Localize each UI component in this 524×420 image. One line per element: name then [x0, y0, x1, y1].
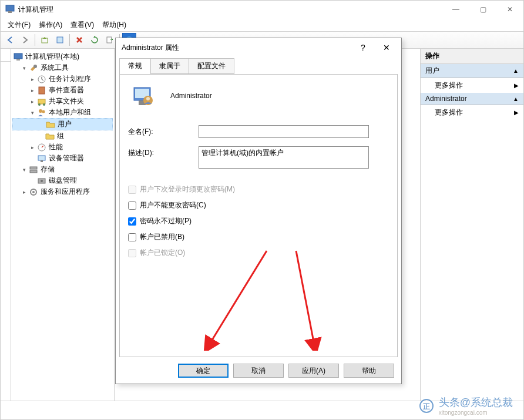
tab-general[interactable]: 常规 [119, 58, 151, 74]
tree-shared-folders[interactable]: ▸ 共享文件夹 [12, 96, 113, 107]
tree-performance[interactable]: ▸ 性能 [12, 142, 113, 153]
action-label: 更多操作 [435, 107, 463, 117]
svg-text:正: 正 [422, 402, 430, 411]
svg-rect-21 [30, 170, 37, 173]
description-input[interactable] [199, 146, 369, 169]
up-button[interactable] [38, 33, 52, 47]
chevron-right-icon[interactable]: ▸ [29, 87, 36, 94]
actions-section-admin[interactable]: Administrator ▲ [421, 93, 523, 105]
properties-dialog: Administrator 属性 ? ✕ 常规 隶属于 配置文件 Adminis… [115, 38, 402, 384]
tree-panel[interactable]: 计算机管理(本地) ▾ 系统工具 ▸ 任务计划程序 ▸ 事件查看器 ▸ 共享文件… [11, 49, 115, 401]
help-button[interactable]: 帮助 [344, 364, 394, 378]
share-icon [37, 97, 46, 106]
chevron-down-icon[interactable]: ▾ [21, 65, 28, 72]
tree-task-scheduler[interactable]: ▸ 任务计划程序 [12, 73, 113, 85]
actions-more-admin[interactable]: 更多操作 ▶ [421, 105, 523, 120]
actions-panel: 操作 用户 ▲ 更多操作 ▶ Administrator ▲ 更多操作 ▶ [420, 49, 523, 401]
minimize-button[interactable]: — [442, 1, 469, 18]
check-disabled[interactable]: 帐户已禁用(B) [128, 232, 389, 242]
tree-users[interactable]: ▸ 用户 [12, 118, 113, 130]
tree-label: 共享文件夹 [49, 96, 84, 106]
check-locked: 帐户已锁定(O) [128, 248, 389, 258]
tree-services-apps[interactable]: ▸ 服务和应用程序 [12, 186, 113, 197]
computer-icon [14, 52, 23, 62]
tree-disk-management[interactable]: ▸ 磁盘管理 [12, 175, 113, 186]
tree-label: 磁盘管理 [49, 176, 77, 186]
collapse-icon: ▲ [513, 68, 519, 74]
watermark-icon: 正 [419, 398, 434, 414]
menu-help[interactable]: 帮助(H) [99, 19, 130, 31]
tree-label: 组 [57, 131, 64, 141]
check-never-expires[interactable]: 密码永不过期(P) [128, 216, 389, 226]
svg-rect-1 [8, 11, 12, 13]
tab-content: Administrator 全名(F): 描述(D): 用户下次登录时须更改密码… [119, 74, 398, 357]
svg-point-25 [32, 191, 35, 193]
chevron-right-icon[interactable]: ▸ [29, 144, 36, 151]
tree-local-users-groups[interactable]: ▾ 本地用户和组 [12, 107, 113, 118]
tree-label: 本地用户和组 [49, 107, 91, 117]
chevron-down-icon[interactable]: ▾ [29, 109, 36, 116]
watermark-text: 头条@系统总裁 [439, 397, 513, 408]
check-cannot-change[interactable]: 用户不能更改密码(C) [128, 200, 389, 210]
chevron-right-icon[interactable]: ▸ [29, 76, 36, 83]
tree-root[interactable]: 计算机管理(本地) [12, 51, 113, 62]
chevron-right-icon[interactable]: ▸ [29, 98, 36, 105]
tree-label: 存储 [41, 164, 55, 174]
properties-button[interactable] [53, 33, 67, 47]
tree-label: 用户 [58, 119, 72, 129]
cancel-button[interactable]: 取消 [233, 364, 284, 378]
tree-root-label: 计算机管理(本地) [25, 52, 79, 62]
storage-icon [29, 165, 38, 174]
check-must-change: 用户下次登录时须更改密码(M) [128, 184, 389, 194]
user-icon [132, 84, 155, 107]
svg-rect-8 [16, 59, 20, 61]
tab-memberof[interactable]: 隶属于 [150, 58, 189, 74]
close-button[interactable]: ✕ [496, 1, 523, 18]
left-stub [1, 49, 11, 401]
svg-point-9 [33, 65, 37, 68]
dialog-title: Administrator 属性 [122, 43, 354, 53]
menu-action[interactable]: 操作(A) [35, 19, 66, 31]
svg-rect-0 [6, 5, 14, 11]
tree-event-viewer[interactable]: ▸ 事件查看器 [12, 85, 113, 96]
folder-icon [45, 132, 55, 141]
tree-label: 服务和应用程序 [41, 187, 90, 197]
watermark: 正 头条@系统总裁 xitongzongcai.com [419, 395, 513, 416]
checkbox-never-expires[interactable] [128, 217, 136, 226]
actions-section-users[interactable]: 用户 ▲ [421, 64, 523, 78]
tree-label: 设备管理器 [49, 153, 84, 163]
maximize-button[interactable]: ▢ [469, 1, 496, 18]
menu-file[interactable]: 文件(F) [4, 19, 34, 31]
checkbox-must-change [128, 186, 136, 194]
apply-button[interactable]: 应用(A) [288, 364, 339, 378]
tabstrip: 常规 隶属于 配置文件 [116, 57, 401, 74]
actions-more-users[interactable]: 更多操作 ▶ [421, 78, 523, 93]
forward-button[interactable] [18, 33, 32, 47]
tree-storage[interactable]: ▾ 存储 [12, 164, 113, 175]
refresh-button[interactable] [88, 33, 102, 47]
checkbox-cannot-change[interactable] [128, 201, 136, 210]
titlebar: 计算机管理 — ▢ ✕ [1, 1, 523, 18]
dialog-help-button[interactable]: ? [354, 39, 372, 56]
tools-icon [29, 63, 38, 73]
menu-view[interactable]: 查看(V) [67, 19, 98, 31]
section-label: Administrator [425, 95, 467, 103]
chevron-down-icon[interactable]: ▾ [21, 166, 28, 173]
svg-point-30 [146, 97, 150, 100]
ok-button[interactable]: 确定 [178, 364, 229, 378]
tree-system-tools[interactable]: ▾ 系统工具 [12, 62, 113, 73]
svg-point-13 [38, 103, 41, 106]
tree-device-manager[interactable]: ▸ 设备管理器 [12, 153, 113, 164]
description-label: 描述(D): [128, 146, 199, 158]
checkbox-disabled[interactable] [128, 233, 136, 241]
back-button[interactable] [3, 33, 17, 47]
tree-groups[interactable]: ▸ 组 [12, 130, 113, 142]
svg-point-23 [41, 180, 43, 182]
tab-profile[interactable]: 配置文件 [189, 58, 234, 74]
tree-label: 性能 [49, 142, 63, 152]
svg-rect-4 [107, 37, 112, 43]
fullname-input[interactable] [199, 125, 369, 138]
delete-button[interactable] [72, 33, 86, 47]
dialog-close-button[interactable]: ✕ [378, 39, 395, 56]
chevron-right-icon[interactable]: ▸ [21, 189, 28, 196]
